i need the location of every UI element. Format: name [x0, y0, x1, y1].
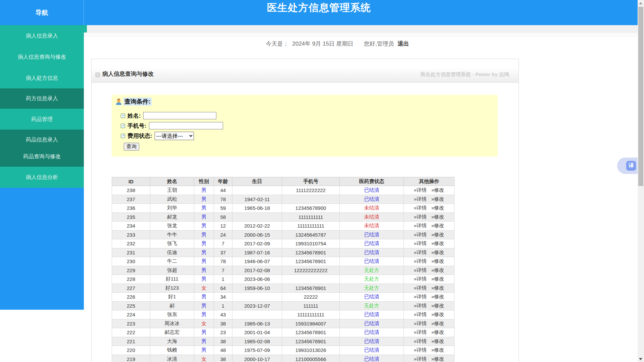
- logout-link[interactable]: 退出: [398, 41, 409, 47]
- cell-phone: 12345678901: [282, 248, 340, 257]
- sidebar-item[interactable]: 病人信息查询与修改: [0, 46, 84, 67]
- modify-link[interactable]: »修改: [431, 214, 444, 220]
- cell-gender: 女: [194, 319, 214, 328]
- phone-field-row: 手机号:: [121, 122, 223, 130]
- cell-phone: 11111111111: [282, 310, 340, 319]
- cell-gender: 男: [194, 186, 214, 195]
- detail-link[interactable]: »详情: [414, 267, 427, 273]
- cell-id: 224: [112, 310, 150, 319]
- cell-id: 237: [112, 195, 150, 204]
- modify-link[interactable]: »修改: [431, 356, 444, 362]
- name-input[interactable]: [143, 112, 216, 119]
- cell-age: 37: [214, 248, 232, 257]
- table-row: 230牛二男781946-06-0712345678901已结清»详情»修改: [112, 257, 454, 266]
- modify-link[interactable]: »修改: [431, 311, 444, 317]
- cell-id: 233: [112, 230, 150, 239]
- cell-birthday: 2017-02-08: [232, 266, 282, 275]
- modify-link[interactable]: »修改: [431, 187, 444, 193]
- cell-status: 无处方: [340, 284, 404, 293]
- detail-link[interactable]: »详情: [414, 338, 427, 344]
- sidebar-item[interactable]: 病人处方信息: [0, 67, 84, 88]
- modify-link[interactable]: »修改: [431, 205, 444, 210]
- table-row: 226好1男3422222已结清»详情»修改: [112, 293, 454, 302]
- scroll-up-icon[interactable]: [639, 2, 642, 4]
- cell-id: 229: [112, 266, 150, 275]
- cell-birthday: 2000-06-15: [232, 230, 282, 239]
- cell-actions: »详情»修改: [404, 257, 454, 266]
- table-row: 236刘华男591965-06-1812345678900未结清»详情»修改: [112, 204, 454, 213]
- detail-link[interactable]: »详情: [414, 347, 427, 353]
- scrollbar[interactable]: [638, 0, 644, 362]
- detail-link[interactable]: »详情: [414, 329, 427, 335]
- modify-link[interactable]: »修改: [431, 338, 444, 344]
- cell-gender: 男: [194, 266, 214, 275]
- translate-widget[interactable]: 译: [617, 158, 638, 174]
- cell-gender: 男: [194, 239, 214, 248]
- detail-link[interactable]: »详情: [414, 311, 427, 317]
- cell-gender: 男: [194, 222, 214, 231]
- cell-phone: 19931013026: [282, 346, 340, 355]
- modify-link[interactable]: »修改: [431, 320, 444, 326]
- detail-link[interactable]: »详情: [414, 187, 427, 193]
- cell-status: 已结清: [340, 337, 404, 346]
- sidebar-item[interactable]: 病人信息录入: [0, 25, 84, 46]
- cell-birthday: 1975-07-09: [232, 346, 282, 355]
- detail-link[interactable]: »详情: [414, 356, 427, 362]
- modify-link[interactable]: »修改: [431, 267, 444, 273]
- cell-actions: »详情»修改: [404, 310, 454, 319]
- detail-link[interactable]: »详情: [414, 320, 427, 326]
- cell-phone: [282, 275, 340, 284]
- cell-gender: 男: [194, 248, 214, 257]
- table-row: 219冰清女382000-10-1712100005566已结清»详情»修改: [112, 355, 454, 362]
- cell-age: 58: [214, 213, 232, 222]
- sidebar-item[interactable]: 病人信息分析: [0, 167, 84, 188]
- detail-link[interactable]: »详情: [414, 240, 427, 246]
- detail-link[interactable]: »详情: [414, 258, 427, 264]
- cell-phone: 11112222222: [282, 186, 340, 195]
- cell-gender: 男: [194, 293, 214, 302]
- column-header: 手机号: [282, 177, 340, 186]
- modify-link[interactable]: »修改: [431, 258, 444, 264]
- translate-icon[interactable]: 译: [626, 161, 636, 171]
- modify-link[interactable]: »修改: [431, 294, 444, 299]
- modify-link[interactable]: »修改: [431, 347, 444, 353]
- scroll-thumb[interactable]: [638, 7, 643, 186]
- modify-link[interactable]: »修改: [431, 249, 444, 255]
- detail-link[interactable]: »详情: [414, 303, 427, 308]
- detail-link[interactable]: »详情: [414, 285, 427, 291]
- detail-link[interactable]: »详情: [414, 205, 427, 210]
- modify-link[interactable]: »修改: [431, 303, 444, 308]
- query-form: 查询条件: 姓名: 手机号: 费用状态: ---请选择--- 查询: [112, 95, 498, 157]
- detail-link[interactable]: »详情: [414, 232, 427, 237]
- sidebar-item[interactable]: 药品管理: [0, 109, 84, 130]
- fee-status-select[interactable]: ---请选择---: [155, 132, 194, 140]
- modify-link[interactable]: »修改: [431, 285, 444, 291]
- table-row: 228好111男12023-06-06无处方»详情»修改: [112, 275, 454, 284]
- table-row: 233牛牛男242000-06-1513245645787已结清»详情»修改: [112, 230, 454, 239]
- detail-link[interactable]: »详情: [414, 223, 427, 228]
- detail-link[interactable]: »详情: [414, 294, 427, 299]
- cell-id: 219: [112, 355, 150, 362]
- cell-birthday: 1985-02-08: [232, 337, 282, 346]
- phone-input[interactable]: [149, 122, 223, 129]
- sidebar-item[interactable]: 药品信息录入: [0, 131, 84, 148]
- cell-phone: 13245645787: [282, 230, 340, 239]
- cell-status: 已结清: [340, 195, 404, 204]
- modify-link[interactable]: »修改: [431, 276, 444, 282]
- modify-link[interactable]: »修改: [431, 240, 444, 246]
- detail-link[interactable]: »详情: [414, 214, 427, 220]
- modify-link[interactable]: »修改: [431, 329, 444, 335]
- cell-birthday: [232, 310, 282, 319]
- search-button[interactable]: 查询: [124, 143, 139, 150]
- modify-link[interactable]: »修改: [431, 223, 444, 228]
- sidebar-item[interactable]: 药品查询与修改: [0, 148, 84, 165]
- cell-phone: 15931984007: [282, 319, 340, 328]
- modify-link[interactable]: »修改: [431, 232, 444, 237]
- cell-name: 大海: [150, 337, 194, 346]
- detail-link[interactable]: »详情: [414, 276, 427, 282]
- detail-link[interactable]: »详情: [414, 249, 427, 255]
- modify-link[interactable]: »修改: [431, 196, 444, 202]
- scroll-down-icon[interactable]: [639, 358, 642, 360]
- detail-link[interactable]: »详情: [414, 196, 427, 202]
- sidebar-item[interactable]: 药方信息录入: [0, 90, 84, 107]
